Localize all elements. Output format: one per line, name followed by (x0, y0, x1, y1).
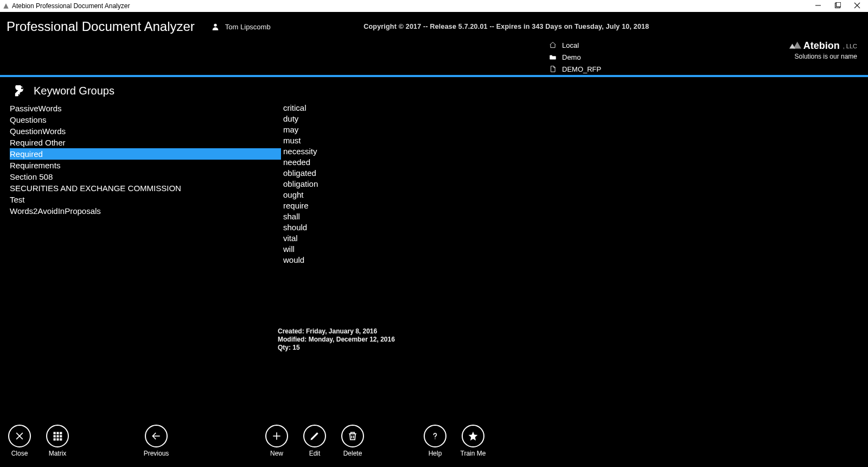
group-item[interactable]: SECURITIES AND EXCHANGE COMMISSION (10, 182, 281, 194)
help-button[interactable]: Help (421, 425, 449, 457)
keyword-item[interactable]: ought (283, 190, 552, 200)
star-icon (468, 431, 478, 441)
brand-suffix: , LLC (843, 43, 857, 49)
svg-rect-13 (60, 432, 62, 434)
close-icon (14, 431, 25, 441)
svg-point-6 (214, 24, 216, 27)
user-icon (211, 22, 220, 31)
breadcrumb-project[interactable]: Demo (549, 51, 601, 63)
svg-rect-16 (60, 435, 62, 437)
folder-icon (549, 53, 557, 61)
user-name: Tom Lipscomb (225, 23, 271, 31)
group-item[interactable]: Required Other (10, 137, 281, 148)
section-title: Keyword Groups (34, 85, 114, 97)
keyword-item[interactable]: needed (283, 157, 552, 168)
group-item[interactable]: Requirements (10, 160, 281, 171)
brand-name: Atebion (803, 40, 840, 52)
keyword-item[interactable]: duty (283, 113, 552, 124)
window-title: Atebion Professional Document Analyzer (12, 2, 130, 10)
keyword-item[interactable]: will (283, 244, 552, 255)
meta-modified: Modified: Monday, December 12, 2016 (278, 336, 395, 344)
keyword-item[interactable]: critical (283, 103, 552, 113)
plus-icon (271, 431, 282, 441)
keyword-item[interactable]: require (283, 200, 552, 211)
svg-rect-14 (54, 435, 56, 437)
group-item[interactable]: Test (10, 194, 281, 205)
window-titlebar: Atebion Professional Document Analyzer (0, 0, 868, 12)
app-title: Professional Document Analyzer (7, 19, 195, 34)
keyword-item[interactable]: vital (283, 233, 552, 244)
keywords-list[interactable]: criticaldutymaymustnecessityneededobliga… (281, 103, 552, 266)
app-icon (2, 2, 10, 10)
keyword-item[interactable]: should (283, 222, 552, 233)
group-meta: Created: Friday, January 8, 2016 Modifie… (278, 327, 395, 352)
keyword-item[interactable]: would (283, 255, 552, 266)
keyword-groups-list[interactable]: PassiveWordsQuestionsQuestionWordsRequir… (10, 103, 281, 217)
matrix-button[interactable]: Matrix (43, 425, 72, 457)
group-item[interactable]: Questions (10, 114, 281, 125)
copyright-text: Copyright © 2017 -- Release 5.7.20.01 --… (271, 23, 742, 30)
svg-rect-17 (54, 438, 56, 440)
keyword-item[interactable]: necessity (283, 146, 552, 157)
window-close-button[interactable] (854, 2, 860, 10)
keyword-item[interactable]: must (283, 135, 552, 146)
home-icon (549, 41, 557, 49)
delete-button[interactable]: Delete (339, 425, 367, 457)
window-minimize-button[interactable] (815, 2, 821, 10)
meta-created: Created: Friday, January 8, 2016 (278, 327, 395, 336)
keyword-item[interactable]: may (283, 124, 552, 135)
svg-rect-2 (837, 2, 841, 7)
keyword-item[interactable]: obligation (283, 179, 552, 190)
keyword-item[interactable]: obligated (283, 168, 552, 179)
brand-logo-icon (789, 41, 801, 51)
user-block[interactable]: Tom Lipscomb (211, 22, 271, 31)
svg-rect-18 (56, 438, 59, 440)
group-item[interactable]: QuestionWords (10, 125, 281, 137)
key-icon (14, 85, 26, 97)
document-icon (549, 65, 557, 73)
meta-qty: Qty: 15 (278, 344, 395, 352)
new-button[interactable]: New (263, 425, 291, 457)
breadcrumb-local[interactable]: Local (549, 39, 601, 51)
svg-rect-11 (54, 432, 56, 434)
main-content: Keyword Groups PassiveWordsQuestionsQues… (0, 77, 868, 420)
svg-rect-12 (56, 432, 59, 434)
svg-point-25 (435, 438, 436, 439)
group-item[interactable]: Words2AvoidInProposals (10, 205, 281, 217)
arrow-left-icon (151, 431, 162, 441)
breadcrumb: Local Demo DEMO_RFP (549, 39, 601, 75)
brand-tagline: Solutions is our name (789, 53, 857, 60)
svg-rect-19 (60, 438, 62, 440)
window-maximize-button[interactable] (834, 2, 841, 10)
edit-button[interactable]: Edit (301, 425, 329, 457)
group-item[interactable]: PassiveWords (10, 103, 281, 114)
trainme-button[interactable]: Train Me (459, 425, 487, 457)
previous-button[interactable]: Previous (142, 425, 170, 457)
breadcrumb-document[interactable]: DEMO_RFP (549, 63, 601, 75)
svg-rect-15 (56, 435, 59, 437)
svg-marker-8 (793, 41, 801, 48)
question-icon (430, 431, 441, 441)
grid-icon (52, 431, 63, 441)
group-item[interactable]: Required (10, 148, 281, 160)
keyword-item[interactable]: shall (283, 211, 552, 222)
trash-icon (347, 431, 358, 441)
app-header: Professional Document Analyzer Tom Lipsc… (0, 12, 868, 75)
brand-block: Atebion, LLC Solutions is our name (789, 40, 857, 60)
close-button[interactable]: Close (5, 425, 34, 457)
bottom-toolbar: Close Matrix Previous New Edit Delete He… (0, 420, 868, 467)
group-item[interactable]: Section 508 (10, 171, 281, 182)
pencil-icon (309, 431, 320, 441)
